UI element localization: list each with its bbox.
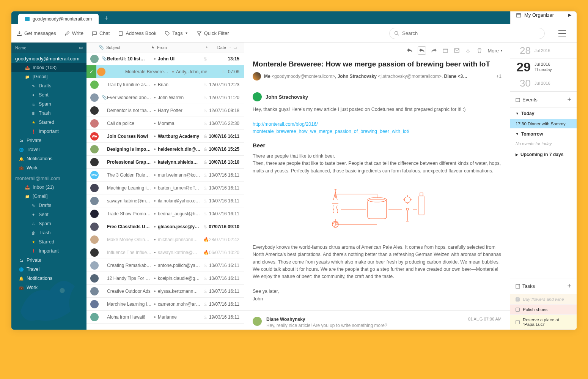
reply-icon[interactable] (406, 47, 413, 54)
message-row[interactable]: WAJoin Courses Now!Wartburg Academy♨10/0… (86, 130, 244, 143)
folder-trash[interactable]: 🗑Trash (11, 228, 86, 237)
folder-drafts[interactable]: ✎Drafts (11, 201, 86, 210)
folder-travel[interactable]: 🌐Travel (11, 145, 86, 154)
address-book-button[interactable]: Address Book (118, 30, 156, 36)
message-row[interactable]: 📎Ever wondered abou…John Warren♨12/07/16… (86, 91, 244, 104)
col-date[interactable]: Date (217, 45, 226, 50)
folder-private[interactable]: 🗂Private (11, 136, 86, 145)
message-row[interactable]: Make Money Online Thr…michael.johnsonn@a… (86, 233, 244, 246)
folder-important[interactable]: ❗Important (11, 246, 86, 256)
delete-icon[interactable] (476, 47, 483, 54)
message-date: 10/07/16 16:11 (209, 302, 244, 307)
events-today[interactable]: ▼Today (510, 108, 577, 119)
message-row[interactable]: Call da policeMomma♨10/07/16 22:30 (86, 117, 244, 130)
more-recipients[interactable]: +1 (496, 74, 502, 79)
folder-inbox-[interactable]: 📥Inbox (103) (11, 63, 86, 72)
events-tomorrow[interactable]: ▼Tomorrow (510, 128, 577, 140)
folder-starred[interactable]: ★Starred (11, 118, 86, 127)
reply-all-icon[interactable] (418, 46, 426, 55)
folder-icon: 📁 (25, 74, 30, 79)
get-messages-button[interactable]: Get messages (17, 30, 56, 36)
folder-travel[interactable]: 🌐Travel (11, 265, 86, 274)
folder-important[interactable]: ❗Important (11, 127, 86, 136)
link[interactable]: http://monterail.com/blog/2016/ (253, 122, 318, 127)
message-row[interactable]: MWThe 3 Golden Rules Proff…murl.weimann@… (86, 169, 244, 182)
avatar (90, 93, 99, 102)
checkbox-icon[interactable] (516, 297, 520, 302)
forward-icon[interactable] (431, 47, 437, 54)
folder-notifications[interactable]: 🔔Notifications (11, 154, 86, 163)
message-row[interactable]: Creating Remarkable Po…antone.pollich@ya… (86, 259, 244, 272)
folder-spam[interactable]: ♨Spam (11, 219, 86, 228)
message-row[interactable]: Trail by furniture as…Brian♨12/07/16 12:… (86, 78, 244, 91)
tags-button[interactable]: Tags▼ (165, 30, 188, 36)
folder-trash[interactable]: 🗑Trash (11, 109, 86, 118)
svg-point-1 (395, 32, 398, 35)
more-button[interactable]: More▼ (487, 48, 503, 54)
message-row[interactable]: Professional Graphic De…katelynn.shields… (86, 156, 244, 169)
write-button[interactable]: Write (64, 30, 83, 36)
fire-icon: ♨ (203, 159, 209, 165)
message-row[interactable]: Dementor is not that badHarry Potter♨12/… (86, 104, 244, 117)
junk-icon[interactable]: ♨ (465, 47, 472, 54)
message-row[interactable]: Creative Outdoor Adselyssa.kertzmann@yah… (86, 285, 244, 298)
folder-label: Drafts (39, 203, 51, 208)
folder-private[interactable]: 🗂Private (11, 256, 86, 265)
organizer-collapse-icon[interactable]: ▶ (568, 13, 571, 17)
message-date: 10/07/16 16:11 (209, 289, 244, 294)
folder-sent[interactable]: ✈Sent (11, 210, 86, 219)
link[interactable]: monterale_breweree_how_we_merge_passion_… (253, 129, 409, 134)
folder-work[interactable]: 💼Work (11, 163, 86, 172)
archive-icon[interactable] (442, 47, 449, 54)
browser-tab[interactable]: goodymoody@monterail.com (18, 14, 99, 24)
chat-button[interactable]: Chat (92, 30, 110, 36)
message-row[interactable]: 📎BetterUI: 10 list…John UI♨13:15 (86, 52, 244, 65)
message-row[interactable]: 12 Handy Tips For Gener…koelpin.claudie@… (86, 272, 244, 285)
columns-icon[interactable]: ▭ (79, 45, 83, 50)
checkbox-icon[interactable] (516, 308, 520, 312)
message-row[interactable]: Designing is importantheidenreich.din@ya… (86, 143, 244, 156)
mail-icon[interactable] (453, 47, 460, 54)
folder-work[interactable]: 💼Work (11, 283, 86, 292)
message-row[interactable]: Free Classfieds Using Th…gleason.jesse@y… (86, 220, 244, 233)
task-item[interactable]: Buy flowers and wine (510, 294, 577, 305)
message-row[interactable]: Machinge Leaning is …barton_turner@effer… (86, 182, 244, 194)
event-item[interactable]: 17:30 Dinner with Sammy (510, 119, 577, 128)
events-upcoming[interactable]: ▶Upcoming in 7 days (510, 149, 577, 160)
message-from: Brian (158, 82, 203, 87)
message-row[interactable]: Trade Show Promotionsbednar_august@hende… (86, 207, 244, 220)
add-event-button[interactable]: + (567, 96, 571, 104)
col-subject[interactable]: Subject (106, 45, 120, 50)
message-row[interactable]: sawayn.katrine@manley…ila.nolan@yahoo.co… (86, 194, 244, 207)
search-input[interactable] (402, 30, 540, 36)
folder-label: Notifications (27, 276, 52, 281)
folder-starred[interactable]: ★Starred (11, 237, 86, 246)
new-tab-button[interactable]: + (102, 14, 111, 23)
message-row[interactable]: ✓Monterale Breweree: H…Andy, John, me♨07… (86, 65, 244, 78)
calendar-strip[interactable]: 28Jul 2016 29Jul 2016Thursday 30Jul 2016 (510, 43, 577, 92)
reply-preview[interactable]: 01 AUG 07:06 AM Diane Woshynsky Hey, rea… (244, 310, 510, 330)
checkbox-icon[interactable] (516, 320, 520, 324)
folder--gmail-[interactable]: 📁[Gmail] (11, 192, 86, 201)
events-header: Events + (510, 92, 577, 108)
folder-drafts[interactable]: ✎Drafts (11, 81, 86, 90)
message-row[interactable]: Influence The Influence…sawayn.katrine@m… (86, 246, 244, 259)
message-from: elyssa.kertzmann@yahoo… (158, 289, 203, 294)
folder-sent[interactable]: ✈Sent (11, 90, 86, 99)
folder--gmail-[interactable]: 📁[Gmail] (11, 72, 86, 81)
folder-inbox-[interactable]: 📥Inbox (21) (11, 183, 86, 192)
col-from[interactable]: From (157, 45, 167, 50)
account-label[interactable]: goodymoody@monterail.com (11, 53, 86, 63)
folder-notifications[interactable]: 🔔Notifications (11, 274, 86, 283)
message-row[interactable]: Marchine Learning is …cameron.mohr@arian… (86, 298, 244, 311)
task-item[interactable]: Reserve a place at "Papa Luci" (510, 315, 577, 330)
add-task-button[interactable]: + (567, 282, 571, 290)
quick-filter-button[interactable]: Quick Filter (197, 30, 229, 36)
dot-icon (154, 84, 156, 85)
folder-spam[interactable]: ♨Spam (11, 99, 86, 109)
account-label[interactable]: monterail@mail.com (11, 172, 86, 183)
task-item[interactable]: Polish shoes (510, 305, 577, 315)
menu-button[interactable] (558, 30, 566, 36)
message-row[interactable]: Aloha from Hawaii!Marianne♨19/03/16 16:1… (86, 311, 244, 324)
search-box[interactable] (389, 28, 545, 39)
